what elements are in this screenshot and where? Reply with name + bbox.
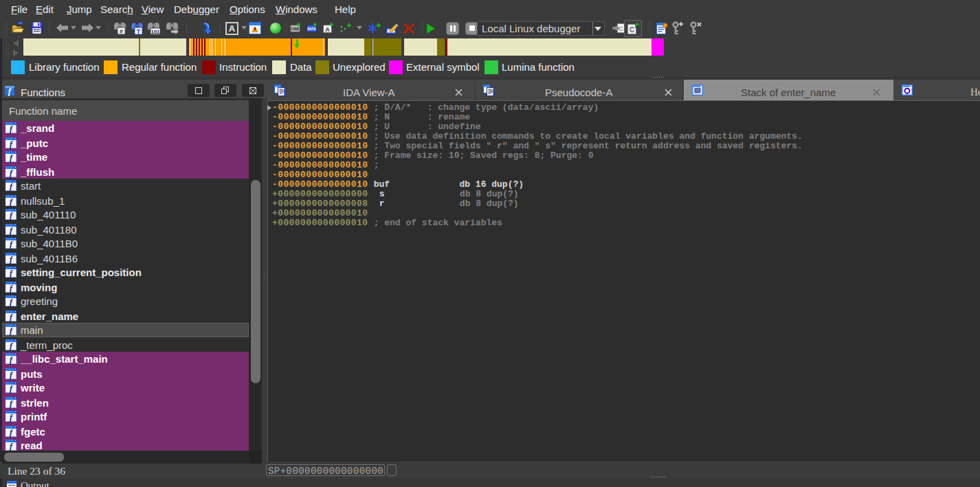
svg-text:C: C [619,25,623,32]
svg-text:A: A [325,26,330,33]
svg-text:CODE: CODE [291,27,299,32]
svg-text:101: 101 [151,29,160,35]
svg-text:T: T [137,27,141,35]
svg-text:DATA: DATA [307,27,316,32]
svg-text:#: # [120,28,123,35]
svg-text:C: C [630,26,634,34]
